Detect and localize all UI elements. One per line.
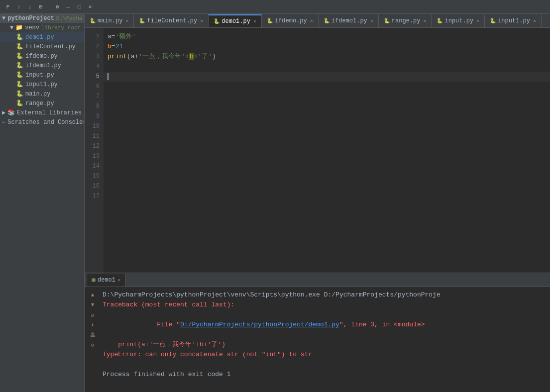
input1-label: input1.py [25,81,58,88]
tab-range[interactable]: 🐍 range.py ✕ [379,14,432,27]
toolbar-icon-5[interactable]: ⚙ [53,3,61,11]
tab-main-icon: 🐍 [90,18,96,24]
tab-main-label: main.py [98,17,122,24]
code-line-9 [104,111,550,121]
input1-file-icon: 🐍 [16,81,23,88]
console-line-5: TypeError: can only concatenate str (not… [103,350,546,360]
tab-input-label: input.py [444,17,473,24]
tab-ifdemo-close[interactable]: ✕ [310,18,313,24]
sidebar-item-range[interactable]: 🐍 range.py [0,98,84,108]
console-tab-label: demo1 [98,277,115,284]
main-file-icon: 🐍 [16,90,23,98]
tab-range-close[interactable]: ✕ [423,18,426,24]
tab-range-icon: 🐍 [384,18,390,24]
editor-container: 🐍 main.py ✕ 🐍 fileContent.py ✕ 🐍 demo1.p… [85,14,550,392]
tab-input1-icon: 🐍 [490,18,496,24]
console-line-1: D:\PycharmProjects\pythonProject\venv\Sc… [103,290,546,300]
tab-filecontent-label: fileContent.py [147,17,197,24]
code-line-10 [104,121,550,131]
sidebar-item-scratches[interactable]: ✏️ Scratches and Consoles [0,117,84,127]
input-label: input.py [25,72,54,79]
toolbar-icon-3[interactable]: ↓ [26,3,34,11]
project-name: pythonProject [7,15,54,22]
tab-main-close[interactable]: ✕ [125,18,128,24]
external-libs-arrow-icon: ▶ [2,109,5,116]
sidebar-item-filecontent[interactable]: 🐍 fileContent.py [0,42,84,51]
console-up-icon[interactable]: ▲ [89,291,97,299]
sidebar-item-input1[interactable]: 🐍 input1.py [0,80,84,89]
range-file-icon: 🐍 [16,99,23,107]
toolbar-icon-1[interactable]: P [4,3,12,11]
code-line-4 [104,62,550,72]
console-print-icon[interactable]: 🖶 [89,331,97,339]
console-line-2: Traceback (most recent call last): [103,300,546,310]
line-num-17: 17 [85,191,104,201]
tab-demo1-label: demo1.py [221,18,250,25]
tab-demo1-close[interactable]: ✕ [253,18,256,24]
toolbar-icon-6[interactable]: — [64,3,72,11]
line-num-4: 4 [85,62,104,72]
line-num-2: 2 [85,42,104,52]
console-tab-close[interactable]: ✕ [117,277,120,283]
tab-input[interactable]: 🐍 input.py ✕ [432,14,485,27]
console-line-4: print(a+'一点，我今年'+b+'了') [103,340,546,350]
sidebar-item-venv[interactable]: ▼ 📁 venv library root [0,23,84,32]
tab-input1-close[interactable]: ✕ [533,18,536,24]
sidebar-item-project[interactable]: ▼ pythonProject D:\Pycha [0,14,84,23]
ifdemo-file-icon: 🐍 [16,52,23,60]
sidebar: ▼ pythonProject D:\Pycha ▼ 📁 venv librar… [0,14,85,392]
console-tabs-bar: demo1 ✕ [85,273,550,287]
code-line-14 [104,161,550,171]
venv-label: venv [25,24,39,31]
sidebar-item-external-libs[interactable]: ▶ 📚 External Libraries [0,108,84,117]
toolbar-icon-2[interactable]: ↑ [15,3,23,11]
console-tab-demo1[interactable]: demo1 ✕ [87,274,126,287]
code-line-13 [104,151,550,161]
filecontent-file-icon: 🐍 [16,43,23,50]
tab-filecontent-close[interactable]: ✕ [200,18,203,24]
text-cursor [108,73,109,80]
tab-ifdemo1-close[interactable]: ✕ [370,18,373,24]
demo1-file-icon: 🐍 [16,33,23,41]
console-run-dot [92,278,96,282]
tab-demo1[interactable]: 🐍 demo1.py ✕ [209,14,262,27]
tab-input-close[interactable]: ✕ [476,18,479,24]
folder-arrow-icon: ▼ [10,24,13,31]
line-num-15: 15 [85,171,104,181]
sidebar-item-ifdemo1[interactable]: 🐍 ifdemo1.py [0,61,84,70]
console-output: D:\PycharmProjects\pythonProject\venv\Sc… [103,290,546,389]
code-line-12 [104,141,550,151]
tab-filecontent[interactable]: 🐍 fileContent.py ✕ [134,14,209,27]
filecontent-label: fileContent.py [25,43,76,50]
code-line-8 [104,101,550,111]
sidebar-item-ifdemo[interactable]: 🐍 ifdemo.py [0,51,84,61]
line-num-7: 7 [85,92,104,101]
tab-ifdemo[interactable]: 🐍 ifdemo.py ✕ [262,14,319,27]
demo1-label: demo1.py [25,34,54,41]
toolbar-icon-8[interactable]: ✕ [86,3,94,11]
sidebar-item-main[interactable]: 🐍 main.py [0,89,84,98]
input-file-icon: 🐍 [16,71,23,79]
tab-ifdemo-label: ifdemo.py [275,17,307,24]
range-label: range.py [25,100,54,107]
console-sidebar-icons: ▲ ▼ ↺ ⬇ 🖶 ⚙ [89,290,99,389]
tab-input1[interactable]: 🐍 input1.py ✕ [485,14,542,27]
console-line3-post: ", line 3, in <module> [339,321,425,328]
line-num-3: 3 [85,52,104,62]
console-down-icon[interactable]: ▼ [89,301,97,309]
toolbar-icon-7[interactable]: □ [75,3,83,11]
code-line-5[interactable] [104,72,550,82]
scratches-icon: ✏️ [2,118,5,126]
line-num-14: 14 [85,161,104,171]
sidebar-item-demo1[interactable]: 🐍 demo1.py [0,32,84,42]
sidebar-item-input[interactable]: 🐍 input.py [0,70,84,80]
console-download-icon[interactable]: ⬇ [89,321,97,329]
tab-ifdemo1[interactable]: 🐍 ifdemo1.py ✕ [319,14,379,27]
line-num-16: 16 [85,181,104,191]
tab-main[interactable]: 🐍 main.py ✕ [85,14,134,27]
console-line3-link[interactable]: D:/PycharmProjects/pythonProject/demo1.p… [180,321,339,328]
console-rerun-icon[interactable]: ↺ [89,311,97,319]
console-settings-icon[interactable]: ⚙ [89,341,97,349]
code-area[interactable]: a='额外' b=21 print(a+'一点，我今年'+b+'了') [104,28,550,273]
toolbar-icon-4[interactable]: ⊞ [37,3,45,11]
